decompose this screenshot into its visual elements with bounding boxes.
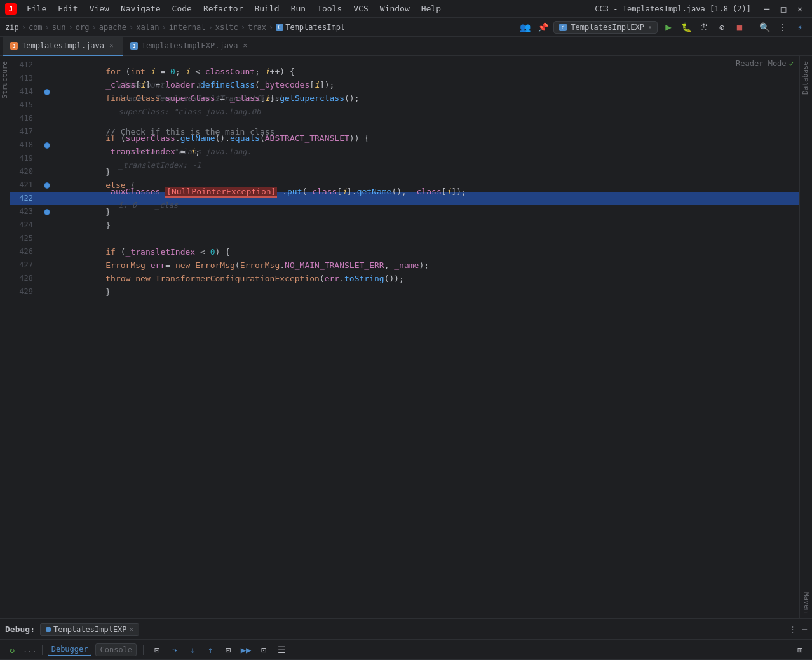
tab-label-1: TemplatesImplEXP.java [142, 41, 238, 50]
tab-templatesimplexp[interactable]: J TemplatesImplEXP.java ✕ [123, 37, 256, 56]
database-sidebar-label[interactable]: Database [800, 56, 812, 100]
menu-navigate[interactable]: Navigate [116, 3, 166, 15]
menu-edit[interactable]: Edit [53, 3, 83, 15]
line-number: 422 [10, 192, 41, 205]
line-number: 417 [10, 125, 41, 138]
menu-run[interactable]: Run [286, 3, 311, 15]
reader-mode-check-icon: ✓ [789, 58, 794, 69]
line-number: 426 [10, 245, 41, 259]
reader-mode-button[interactable]: Reader Mode ✓ [736, 58, 794, 69]
team-button[interactable]: 👥 [518, 20, 532, 34]
reader-mode-label: Reader Mode [736, 59, 786, 68]
debug-session-close[interactable]: ✕ [130, 625, 134, 633]
debug-layout-button[interactable]: ⊞ [793, 643, 807, 657]
breakpoint-421[interactable] [44, 182, 50, 189]
line-content[interactable]: } [53, 272, 799, 312]
debug-rerun-button[interactable]: ↻ [5, 643, 19, 657]
line-gutter [41, 182, 53, 189]
debug-resume-button[interactable]: ▶▶ [239, 643, 253, 657]
maximize-button[interactable]: □ [776, 2, 790, 16]
main-toolbar: zip › com › sun › org › apache › xalan ›… [0, 18, 812, 37]
coverage-button[interactable]: ⏱ [697, 20, 711, 34]
debug-step-out-button[interactable]: ↑ [203, 643, 217, 657]
debug-frames-button[interactable]: ⊡ [150, 643, 164, 657]
breakpoint-418[interactable] [44, 142, 50, 149]
console-tab-label: Console [100, 645, 132, 654]
profile-button[interactable]: ⊙ [715, 20, 729, 34]
menu-window[interactable]: Window [375, 3, 415, 15]
debug-tab-console[interactable]: Console [95, 643, 137, 656]
menu-vcs[interactable]: VCS [348, 3, 373, 15]
debug-run-to-cursor-button[interactable]: ⊡ [221, 643, 235, 657]
line-number: 419 [10, 152, 41, 165]
debug-button[interactable]: 🐛 [679, 20, 693, 34]
run-button[interactable]: ▶ [661, 20, 675, 34]
line-number: 423 [10, 205, 41, 219]
plugins-button[interactable]: ⚡ [793, 20, 807, 34]
breadcrumb-zip[interactable]: zip [5, 23, 19, 32]
menu-refactor[interactable]: Refactor [198, 3, 248, 15]
right-panel-sidebar: Database Maven [799, 56, 812, 618]
close-button[interactable]: ✕ [793, 2, 807, 16]
more-button[interactable]: ⋮ [775, 20, 789, 34]
svg-text:C: C [562, 25, 564, 30]
line-number: 424 [10, 219, 41, 232]
breadcrumb-current[interactable]: TemplatesImpl [285, 23, 345, 32]
search-button[interactable]: 🔍 [757, 20, 771, 34]
line-number: 425 [10, 232, 41, 245]
bookmark-button[interactable]: 📌 [536, 20, 550, 34]
line-gutter [41, 89, 53, 95]
structure-label[interactable]: Structure [0, 56, 10, 104]
debug-session-tab[interactable]: TemplatesImplEXP ✕ [40, 623, 139, 636]
debugger-tab-label: Debugger [51, 645, 88, 654]
tab-bar: J TemplatesImpl.java ✕ J TemplatesImplEX… [0, 37, 812, 56]
line-number: 415 [10, 98, 41, 112]
debug-minimize-button[interactable]: ─ [802, 624, 807, 634]
debug-session-label: TemplatesImplEXP [53, 625, 127, 634]
stop-button[interactable]: ■ [733, 20, 747, 34]
run-config-selector[interactable]: C TemplatesImplEXP ▾ [553, 21, 658, 34]
breakpoint-423[interactable] [44, 209, 50, 215]
debug-more-button[interactable]: ⋮ [788, 624, 797, 634]
debug-session-dot [46, 627, 51, 632]
code-line-424: 424 } [10, 219, 799, 232]
svg-text:J: J [9, 6, 13, 13]
window-title: CC3 - TemplatesImpl.java [1.8 (2)] [595, 4, 751, 13]
menu-bar: J File Edit View Navigate Code Refactor … [0, 0, 812, 18]
run-config-arrow: ▾ [648, 24, 652, 30]
debug-title: Debug: [5, 624, 35, 634]
code-line-429: 429 } [10, 285, 799, 299]
menu-view[interactable]: View [85, 3, 114, 15]
menu-code[interactable]: Code [167, 3, 197, 15]
debug-trace-button[interactable]: ☰ [274, 643, 288, 657]
menu-tools[interactable]: Tools [312, 3, 347, 15]
maven-sidebar-label[interactable]: Maven [800, 587, 812, 618]
svg-text:J: J [13, 44, 15, 49]
menu-help[interactable]: Help [416, 3, 446, 15]
app-logo: J [5, 3, 17, 15]
toolbar-sep [42, 645, 43, 655]
line-gutter [41, 209, 53, 215]
separator [752, 22, 752, 33]
code-editor: Reader Mode ✓ 412 413 for (int i = 0; i … [10, 56, 799, 618]
tab-close-0[interactable]: ✕ [108, 41, 115, 50]
toolbar-sep2 [143, 645, 144, 655]
minimize-button[interactable]: ─ [760, 2, 774, 16]
menu-file[interactable]: File [22, 3, 51, 15]
debug-step-over-button[interactable]: ↷ [168, 643, 182, 657]
tab-label-0: TemplatesImpl.java [22, 41, 104, 50]
main-content: Structure Reader Mode ✓ 412 413 for (int… [0, 56, 812, 618]
debug-tab-debugger[interactable]: Debugger [48, 643, 92, 656]
code-line-415: 415 final Class superClass = _class[i].g… [10, 98, 799, 112]
tab-templatesimpl[interactable]: J TemplatesImpl.java ✕ [3, 37, 123, 56]
menu-build[interactable]: Build [250, 3, 285, 15]
debug-more-options[interactable]: ... [23, 645, 37, 654]
debug-step-into-button[interactable]: ↓ [186, 643, 200, 657]
line-number: 420 [10, 165, 41, 178]
debug-evaluate-button[interactable]: ⊡ [257, 643, 271, 657]
line-number: 416 [10, 112, 41, 125]
tab-close-1[interactable]: ✕ [241, 41, 248, 50]
java-file-icon-2: J [130, 42, 138, 50]
structure-sidebar: Structure [0, 56, 10, 618]
breakpoint-414[interactable] [44, 89, 50, 95]
